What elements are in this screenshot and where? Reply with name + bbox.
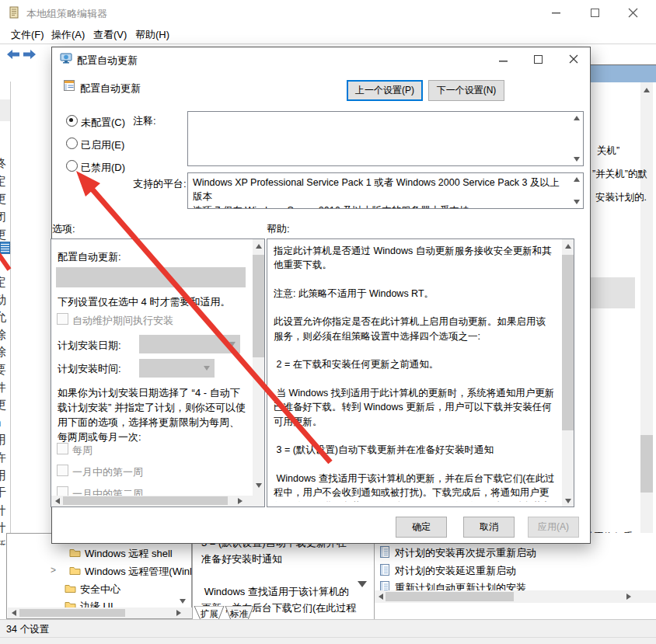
radio-enabled[interactable] <box>66 138 78 149</box>
options-hscrollbar-thumb[interactable] <box>63 496 228 505</box>
right-scrollbar-thumb[interactable] <box>640 435 653 493</box>
menu-file[interactable]: 文件(F) <box>11 28 44 42</box>
options-scroll-up-icon[interactable] <box>256 244 262 249</box>
configure-updates-combo <box>56 267 246 287</box>
description-scroll-down-icon[interactable] <box>358 581 367 587</box>
setting-name: 配置自动更新 <box>80 82 141 96</box>
maintenance-install-label: 自动维护期间执行安装 <box>72 314 173 328</box>
options-hscroll-left-icon[interactable] <box>55 498 60 504</box>
supported-on-box[interactable]: Windows XP Professional Service Pack 1 或… <box>187 172 584 209</box>
help-vscrollbar-thumb[interactable] <box>562 255 574 430</box>
combo-chevron-down-icon <box>204 366 210 371</box>
maintenance-install-checkbox <box>57 313 68 325</box>
radio-not-configured[interactable] <box>66 115 78 127</box>
combo-chevron-down-icon <box>229 342 236 346</box>
main-titlebar: 本地组策略编辑器 <box>0 0 656 25</box>
help-text: 指定此计算机是否通过 Windows 自动更新服务接收安全更新和其他重要下载。 … <box>274 244 555 502</box>
radio-selected-dot <box>69 118 73 122</box>
comment-textarea[interactable] <box>187 111 584 166</box>
options-vscrollbar-thumb[interactable] <box>253 255 264 357</box>
dialog-maximize-button[interactable] <box>534 54 551 68</box>
menu-action[interactable]: 操作(A) <box>51 28 85 42</box>
back-button[interactable] <box>6 49 20 63</box>
first-week-label: 一月中的第一周 <box>72 465 143 479</box>
next-setting-button[interactable]: 下一个设置(N) <box>428 80 504 101</box>
supported-scroll-up-icon[interactable] <box>574 177 580 182</box>
description-text: 3 = (默认设置)自动下载更新并在 准备好安装时通知 Windows 查找适用… <box>201 534 365 616</box>
tree-expander[interactable]: > <box>51 565 56 576</box>
status-text: 34 个设置 <box>6 623 49 636</box>
local-group-policy-editor-window: 本地组策略编辑器 文件(F) 操作(A) 查看(V) 帮助(H) 终 定 更 闭… <box>0 0 656 644</box>
tab-extended-label[interactable]: 扩展 <box>200 609 218 618</box>
policy-setting-icon <box>63 79 75 95</box>
menu-view[interactable]: 查看(V) <box>93 28 127 42</box>
weekly-label: 每周 <box>72 444 92 458</box>
list-hscroll-right-icon[interactable] <box>626 594 631 600</box>
radio-disabled-label[interactable]: 已禁用(D) <box>81 161 125 175</box>
comment-scroll-down-icon[interactable] <box>574 157 580 162</box>
selected-item-icon[interactable] <box>0 242 10 254</box>
left-pane-clipped-strip <box>0 99 11 121</box>
options-label: 选项: <box>52 222 75 236</box>
tab-standard-label[interactable]: 标准 <box>229 609 249 618</box>
tree-scroll-down-icon[interactable] <box>180 599 186 604</box>
comment-scroll-up-icon[interactable] <box>574 116 580 120</box>
options-note: 下列设置仅在选中 4 时才需要和适用。 <box>58 295 230 309</box>
dialog-minimize-button[interactable] <box>499 54 516 68</box>
supported-on-label: 支持的平台: <box>133 177 187 191</box>
cancel-button[interactable]: 取消 <box>463 517 515 538</box>
help-scroll-down-icon[interactable] <box>565 499 571 503</box>
list-hscrollbar-thumb[interactable] <box>386 592 514 601</box>
back-arrow-icon <box>6 49 20 60</box>
help-panel: 指定此计算机是否通过 Windows 自动更新服务接收安全更新和其他重要下载。 … <box>267 238 574 507</box>
console-tree-pane: Windows 远程 shell > Windows 远程管理(Winl 安全中… <box>6 533 192 619</box>
install-day-label: 计划安装日期: <box>58 339 121 353</box>
weekly-checkbox <box>57 443 68 454</box>
configure-automatic-updates-dialog: 配置自动更新 配置自动更新 上一个设置(P) 下一个设置(N) 未配置(C) 已… <box>51 47 591 544</box>
dialog-title: 配置自动更新 <box>77 54 138 68</box>
main-close-button[interactable] <box>628 6 644 20</box>
supported-on-text: Windows XP Professional Service Pack 1 或… <box>193 176 566 209</box>
right-pane-scrollbar[interactable] <box>640 82 653 594</box>
background-gray-block <box>591 277 635 308</box>
ok-button[interactable]: 确定 <box>396 517 447 538</box>
left-strip-chars-top: 终 定 更 闭 更 <box>0 154 10 245</box>
left-strip-chars-bottom: 定 动 允 除 除 要 件 更 n 用 许 用 于 计 计 新 <box>0 273 10 545</box>
left-pane-border <box>10 82 11 541</box>
tree-hscroll-left-icon[interactable] <box>12 610 16 616</box>
install-time-label: 计划安装时间: <box>58 362 121 376</box>
clipped-text-fragment: 关机” <box>597 144 619 158</box>
forward-button[interactable] <box>23 49 37 63</box>
schedule-paragraph: 如果你为计划安装日期选择了 “4 - 自动下载计划安装” 并指定了计划，则你还可… <box>58 385 247 444</box>
forward-arrow-icon <box>23 49 37 60</box>
main-minimize-button[interactable] <box>552 6 567 20</box>
first-week-checkbox <box>57 465 68 476</box>
radio-enabled-label[interactable]: 已启用(E) <box>81 138 124 152</box>
dialog-close-button[interactable] <box>569 54 586 68</box>
menu-help[interactable]: 帮助(H) <box>135 28 169 42</box>
status-divider <box>0 637 656 638</box>
status-bar: 34 个设置 <box>0 619 656 644</box>
dialog-icon <box>60 52 72 68</box>
main-maximize-button[interactable] <box>591 6 606 20</box>
apply-button: 应用(A) <box>528 517 579 538</box>
clipped-text-fragment: 安装计划的. <box>595 191 647 204</box>
supported-scroll-down-icon[interactable] <box>574 200 580 204</box>
list-hscroll-left-icon[interactable] <box>379 594 383 600</box>
configure-updates-combo-label: 配置自动更新: <box>58 250 121 264</box>
install-time-combo <box>139 359 215 378</box>
radio-not-configured-label[interactable]: 未配置(C) <box>81 116 125 130</box>
tree-hscrollbar-thumb[interactable] <box>19 609 125 617</box>
right-scroll-up-icon[interactable] <box>644 88 650 92</box>
help-label: 帮助: <box>267 222 290 236</box>
help-scroll-up-icon[interactable] <box>565 244 571 249</box>
options-hscroll-right-icon[interactable] <box>238 498 243 504</box>
clipped-text-fragment: ”并关机”的默 <box>592 168 647 181</box>
install-day-combo <box>139 335 240 353</box>
previous-setting-button[interactable]: 上一个设置(P) <box>347 80 423 101</box>
radio-disabled[interactable] <box>66 160 78 172</box>
options-panel: 配置自动更新: 下列设置仅在选中 4 时才需要和适用。 自动维护期间执行安装 计… <box>51 238 265 507</box>
comment-label: 注释: <box>133 114 156 128</box>
options-scroll-down-icon[interactable] <box>256 483 262 488</box>
tree-hscroll-right-icon[interactable] <box>176 610 181 616</box>
